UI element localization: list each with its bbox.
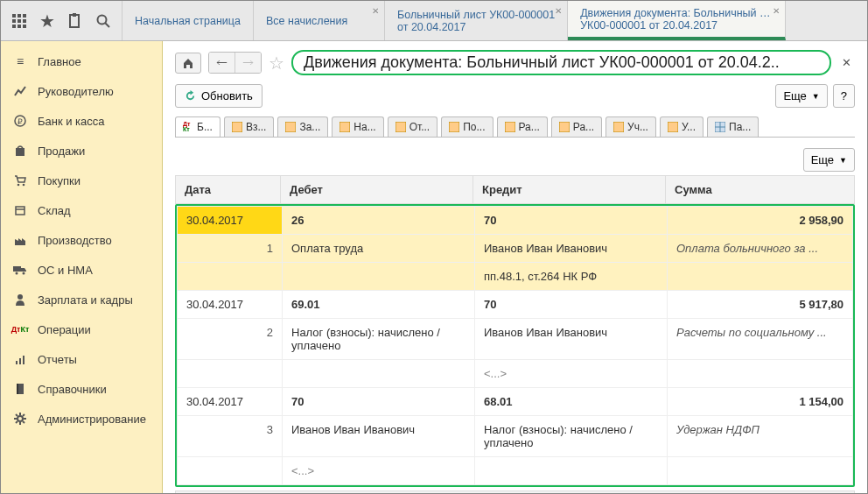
box-icon xyxy=(13,203,27,217)
back-button[interactable]: 🡐 xyxy=(209,53,234,73)
sidebar-item-manager[interactable]: Руководителю xyxy=(1,76,162,106)
register-icon xyxy=(559,122,570,132)
horizontal-scrollbar[interactable] xyxy=(175,490,855,493)
svg-line-12 xyxy=(105,23,109,27)
reg-tab[interactable]: На... xyxy=(332,116,383,137)
cell-debit-sub: Оплата труда xyxy=(283,235,475,263)
sidebar-item-ref[interactable]: Справочники xyxy=(1,374,162,404)
close-button[interactable]: ✕ xyxy=(838,56,855,69)
sidebar-item-main[interactable]: ≡ Главное xyxy=(1,46,162,76)
reg-tab[interactable]: Па... xyxy=(707,116,759,137)
table-row[interactable]: 1 Оплата труда Иванов Иван Иванович Опла… xyxy=(178,235,853,263)
table-row[interactable]: 30.04.2017 26 70 2 958,90 xyxy=(178,207,853,235)
reg-tab-label: От... xyxy=(410,121,430,133)
svg-line-35 xyxy=(23,421,24,423)
sidebar-item-bank[interactable]: ₽ Банк и касса xyxy=(1,106,162,136)
sidebar-item-label: Отчеты xyxy=(38,353,77,366)
close-icon[interactable]: ✕ xyxy=(773,6,780,16)
clipboard-icon[interactable] xyxy=(66,11,85,31)
sidebar-item-assets[interactable]: ОС и НМА xyxy=(1,255,162,285)
sidebar-item-salary[interactable]: Зарплата и кадры xyxy=(1,285,162,314)
table-row[interactable]: 3 Иванов Иван Иванович Налог (взносы): н… xyxy=(178,416,853,457)
svg-rect-3 xyxy=(12,19,16,23)
reg-tab[interactable]: От... xyxy=(388,116,438,137)
svg-rect-8 xyxy=(23,25,26,28)
tab-label: Движения документа: Больничный лист xyxy=(580,7,773,19)
cell-credit-sub2: пп.48.1, ст.264 НК РФ xyxy=(475,263,668,291)
sidebar-item-sales[interactable]: Продажи xyxy=(1,136,162,166)
gear-icon xyxy=(13,412,27,426)
tab-sickleave[interactable]: Больничный лист УК00-000001 от 20.04.201… xyxy=(385,1,568,40)
sidebar-item-purch[interactable]: Покупки xyxy=(1,166,162,195)
reg-tab[interactable]: Ра... xyxy=(551,116,602,137)
reg-tab-label: За... xyxy=(299,121,320,133)
svg-rect-0 xyxy=(12,14,16,18)
reg-tab-label: У... xyxy=(682,121,696,133)
top-tabs: Начальная страница Все начисления ✕ Боль… xyxy=(122,1,867,40)
sidebar-item-stock[interactable]: Склад xyxy=(1,195,162,225)
svg-rect-25 xyxy=(19,358,21,364)
secondary-action-row: Еще ▼ xyxy=(175,148,855,172)
cell-debit-sub: Налог (взносы): начислено / уплачено xyxy=(283,319,475,360)
favorite-icon[interactable]: ☆ xyxy=(269,53,284,74)
close-icon[interactable]: ✕ xyxy=(372,6,379,16)
cell-desc: Расчеты по социальному ... xyxy=(668,319,853,360)
sidebar-item-reports[interactable]: Отчеты xyxy=(1,344,162,374)
col-debit: Дебет xyxy=(281,176,473,204)
truck-icon xyxy=(13,263,27,277)
svg-rect-9 xyxy=(70,15,79,27)
sidebar-item-production[interactable]: Производство xyxy=(1,225,162,255)
sidebar-item-admin[interactable]: Администрирование xyxy=(1,404,162,434)
cell-credit-acc: 68.01 xyxy=(475,388,668,416)
more-button[interactable]: Еще ▼ xyxy=(775,84,827,108)
svg-point-22 xyxy=(23,272,25,275)
more-button-2[interactable]: Еще ▼ xyxy=(803,148,855,172)
reg-tab[interactable]: Ра... xyxy=(497,116,548,137)
reg-tab[interactable]: ДтКт Б... xyxy=(175,116,220,137)
svg-point-23 xyxy=(18,294,23,300)
svg-line-37 xyxy=(23,414,24,416)
title-row: 🡐 🡒 ☆ Движения документа: Больничный лис… xyxy=(175,50,855,75)
table-row[interactable]: <...> xyxy=(178,457,853,485)
reg-tab[interactable]: Вз... xyxy=(224,116,275,137)
forward-button[interactable]: 🡒 xyxy=(234,53,261,73)
reg-tab[interactable]: У... xyxy=(660,116,704,137)
table-row[interactable]: 2 Налог (взносы): начислено / уплачено И… xyxy=(178,319,853,360)
tab-movements[interactable]: Движения документа: Больничный лист УК00… xyxy=(568,1,786,40)
star-icon[interactable]: ★ xyxy=(38,11,57,31)
table-row[interactable]: <...> xyxy=(178,360,853,388)
dtkt-icon: ДтКт xyxy=(13,322,27,336)
cell-debit-acc: 70 xyxy=(283,388,475,416)
register-icon xyxy=(285,122,296,132)
search-icon[interactable] xyxy=(94,11,113,31)
tab-label: Все начисления xyxy=(266,15,372,27)
sidebar-item-label: Справочники xyxy=(38,383,107,396)
tab-home[interactable]: Начальная страница xyxy=(122,1,254,40)
tab-label: Начальная страница xyxy=(135,15,241,27)
table-row[interactable]: 30.04.2017 70 68.01 1 154,00 xyxy=(178,388,853,416)
table-row[interactable]: 30.04.2017 69.01 70 5 917,80 xyxy=(178,291,853,319)
reg-tab[interactable]: За... xyxy=(277,116,328,137)
reg-tab[interactable]: Уч... xyxy=(606,116,656,137)
help-button[interactable]: ? xyxy=(833,84,855,108)
cell-sum: 5 917,80 xyxy=(668,291,853,319)
table-row[interactable]: пп.48.1, ст.264 НК РФ xyxy=(178,263,853,291)
top-icon-strip: ★ xyxy=(1,1,122,40)
cell-date: 30.04.2017 xyxy=(178,388,283,416)
apps-icon[interactable] xyxy=(10,11,29,31)
table-header-row: Дата Дебет Кредит Сумма xyxy=(176,176,855,204)
sidebar: ≡ Главное Руководителю ₽ Банк и касса Пр… xyxy=(1,41,163,493)
ledger-scroll-area[interactable]: 30.04.2017 26 70 2 958,90 1 Оплата труда… xyxy=(175,204,855,487)
chevron-down-icon: ▼ xyxy=(812,92,820,101)
reg-tab[interactable]: По... xyxy=(441,116,493,137)
col-sum: Сумма xyxy=(666,176,855,204)
cell-credit-acc: 70 xyxy=(475,207,668,235)
sidebar-item-operations[interactable]: ДтКт Операции xyxy=(1,314,162,344)
refresh-button[interactable]: Обновить xyxy=(175,84,262,108)
sidebar-item-label: Производство xyxy=(38,234,112,247)
home-button[interactable] xyxy=(175,53,201,74)
cell-date: 30.04.2017 xyxy=(178,207,283,235)
tab-accruals[interactable]: Все начисления ✕ xyxy=(254,1,385,40)
sidebar-item-label: Администрирование xyxy=(38,413,146,426)
close-icon[interactable]: ✕ xyxy=(555,6,562,16)
